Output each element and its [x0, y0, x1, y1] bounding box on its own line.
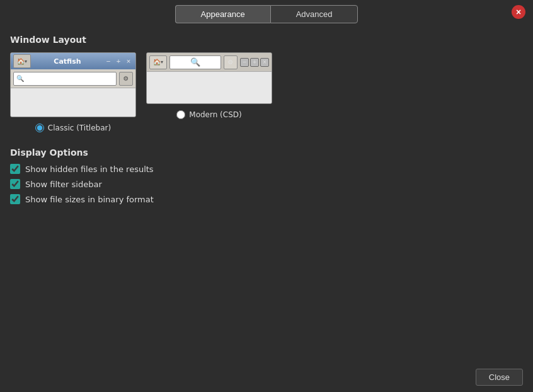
home-icon: 🏠 [153, 59, 161, 66]
minimize-icon: − [104, 58, 113, 64]
dropdown-arrow-icon: ▾ [25, 59, 27, 64]
close-top-button[interactable]: × [512, 5, 525, 19]
layout-option-modern: 🏠 ▾ 🔍 ⚙ − + × [146, 52, 272, 135]
classic-radio[interactable] [35, 124, 44, 132]
close-icon: × [124, 58, 133, 64]
titlebar-controls: − + × [104, 58, 133, 64]
modern-home-btn: 🏠 ▾ [149, 55, 167, 69]
checkbox-binary-format[interactable] [10, 194, 20, 204]
checkbox-row-hidden-files: Show hidden files in the results [10, 164, 523, 174]
maximize-icon: + [114, 58, 123, 64]
checkbox-row-binary-format: Show file sizes in binary format [10, 194, 523, 204]
csd-maximize-btn: + [250, 58, 259, 67]
main-content: Window Layout 🏠 ▾ Catfish − + × [0, 28, 533, 219]
modern-csd-header: 🏠 ▾ 🔍 ⚙ − + × [147, 53, 272, 72]
modern-gear-btn: ⚙ [224, 55, 238, 69]
gear-icon: ⚙ [123, 75, 129, 82]
dropdown-arrow-icon: ▾ [161, 59, 163, 65]
tab-bar: Appearance Advanced [0, 0, 533, 28]
classic-titlebar: 🏠 ▾ Catfish − + × [11, 53, 135, 69]
gear-icon: ⚙ [228, 59, 234, 66]
classic-home-btn: 🏠 ▾ [13, 54, 31, 68]
csd-close-btn: × [260, 58, 269, 67]
modern-radio-label: Modern (CSD) [189, 110, 241, 119]
tab-appearance[interactable]: Appearance [175, 5, 270, 23]
checkbox-hidden-files[interactable] [10, 164, 20, 174]
csd-minimize-btn: − [240, 58, 249, 67]
display-options-title: Display Options [10, 147, 523, 158]
tab-advanced[interactable]: Advanced [270, 5, 358, 23]
window-layout-title: Window Layout [10, 35, 523, 45]
classic-window-body [11, 88, 135, 117]
classic-search-icon: 🔍 [16, 75, 24, 82]
modern-radio-row: Modern (CSD) [176, 108, 241, 122]
classic-radio-row: Classic (Titlebar) [35, 121, 111, 135]
classic-radio-label: Classic (Titlebar) [48, 124, 111, 132]
modern-radio[interactable] [176, 110, 185, 119]
modern-window-body [147, 72, 272, 103]
bottom-bar: Close [466, 362, 533, 392]
classic-title-text: Catfish [33, 57, 101, 66]
modern-window-preview: 🏠 ▾ 🔍 ⚙ − + × [146, 52, 272, 104]
checkbox-row-filter-sidebar: Show filter sidebar [10, 179, 523, 189]
search-icon: 🔍 [190, 57, 200, 67]
classic-search-box: 🔍 [13, 72, 117, 86]
classic-window-preview: 🏠 ▾ Catfish − + × 🔍 ⚙ [10, 52, 136, 117]
home-icon: 🏠 [17, 58, 25, 65]
csd-wm-buttons: − + × [240, 58, 269, 67]
close-bottom-button[interactable]: Close [476, 369, 523, 386]
checkbox-filter-sidebar-label: Show filter sidebar [25, 180, 102, 189]
window-layout-row: 🏠 ▾ Catfish − + × 🔍 ⚙ [10, 52, 523, 135]
checkbox-binary-format-label: Show file sizes in binary format [25, 195, 154, 204]
classic-toolbar: 🔍 ⚙ [11, 69, 135, 88]
modern-search-box: 🔍 [169, 55, 221, 69]
checkbox-filter-sidebar[interactable] [10, 179, 20, 189]
classic-gear-btn: ⚙ [119, 72, 133, 86]
layout-option-classic: 🏠 ▾ Catfish − + × 🔍 ⚙ [10, 52, 136, 135]
checkbox-hidden-files-label: Show hidden files in the results [25, 164, 154, 174]
